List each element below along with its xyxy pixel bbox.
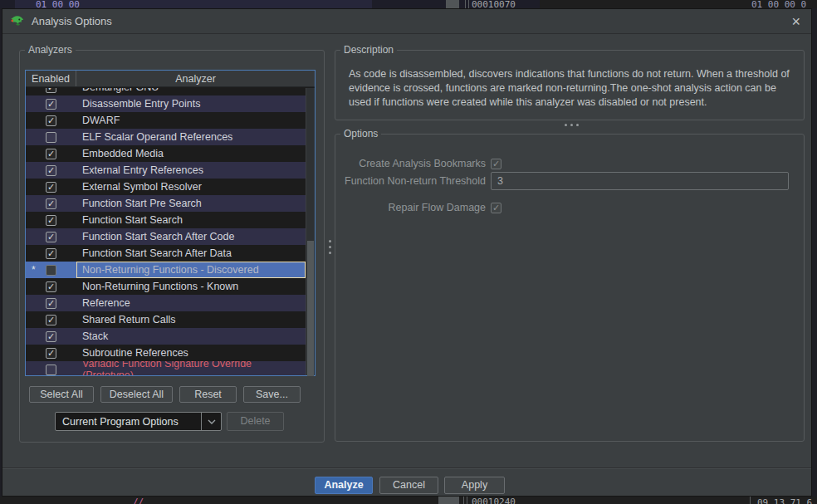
table-row[interactable]: ✓Function Start Pre Search <box>26 195 306 212</box>
threshold-input[interactable]: 3 <box>491 172 789 190</box>
checkbox-checked[interactable]: ✓ <box>46 99 56 110</box>
checkbox-checked[interactable]: ✓ <box>46 232 56 242</box>
table-row[interactable]: ✓Function Start Search After Data <box>26 245 306 262</box>
table-row[interactable]: ✓Reference <box>26 295 306 311</box>
checkbox-checked[interactable]: ✓ <box>46 331 56 342</box>
column-header-analyzer[interactable]: Analyzer <box>76 71 315 86</box>
option-row: Repair Flow Damage✓ <box>344 198 789 217</box>
enabled-cell[interactable]: ✓ <box>26 212 76 228</box>
table-row[interactable]: ✓Embedded Media <box>26 145 306 162</box>
enabled-cell[interactable]: ✓ <box>26 95 76 112</box>
enabled-cell[interactable]: ✓ <box>26 345 76 361</box>
analyzer-table-header[interactable]: Enabled Analyzer <box>26 71 315 87</box>
enabled-cell[interactable]: * <box>26 262 76 278</box>
analyzer-name-cell[interactable]: External Entry References <box>76 162 306 179</box>
analyzer-name-cell[interactable]: Disassemble Entry Points <box>76 95 306 112</box>
table-row[interactable]: ✓DWARF <box>26 112 306 129</box>
enabled-cell[interactable]: ✓ <box>26 162 76 179</box>
checkbox-checked[interactable]: ✓ <box>46 298 56 309</box>
deselect-all-button[interactable]: Deselect All <box>100 386 173 403</box>
enabled-cell[interactable] <box>26 361 76 375</box>
cancel-button[interactable]: Cancel <box>379 477 438 494</box>
option-label: Function Non-return Threshold <box>344 175 486 187</box>
analyzer-name-cell[interactable]: Demangler GNU <box>76 88 306 95</box>
option-checkbox[interactable]: ✓ <box>491 203 501 213</box>
analyzer-name-cell[interactable]: Shared Return Calls <box>76 311 306 328</box>
enabled-cell[interactable]: ✓ <box>26 295 76 311</box>
checkbox-unchecked[interactable] <box>46 365 56 375</box>
analyzer-name-cell[interactable]: Function Start Search After Data <box>76 245 306 262</box>
analyzer-name-cell[interactable]: Function Start Search After Code <box>76 228 306 245</box>
analyzer-name-cell[interactable]: Variadic Function Signature Override (Pr… <box>76 361 306 375</box>
checkbox-checked[interactable]: ✓ <box>46 315 56 325</box>
enabled-cell[interactable]: ✓ <box>26 112 76 129</box>
checkbox-checked[interactable]: ✓ <box>46 182 56 193</box>
analyzer-name-cell[interactable]: DWARF <box>76 112 306 129</box>
table-row[interactable]: ✓External Entry References <box>26 162 306 179</box>
table-row[interactable]: ✓Stack <box>26 328 306 345</box>
table-row[interactable]: ✓Function Start Search After Code <box>26 228 306 245</box>
enabled-cell[interactable]: ✓ <box>26 179 76 195</box>
checkbox-checked[interactable]: ✓ <box>46 88 56 93</box>
table-row[interactable]: ✓Demangler GNU <box>26 88 306 95</box>
analyzer-name-cell[interactable]: Non-Returning Functions - Known <box>76 278 306 295</box>
table-scrollbar-thumb[interactable] <box>307 241 314 376</box>
option-checkbox[interactable]: ✓ <box>491 159 501 169</box>
listing-scrollbar[interactable] <box>438 497 459 504</box>
analyzer-name-cell[interactable]: Reference <box>76 295 306 311</box>
table-row[interactable]: ✓Shared Return Calls <box>26 311 306 328</box>
analyzer-name-cell[interactable]: Subroutine References <box>76 345 306 361</box>
dialog-title: Analysis Options <box>32 15 112 27</box>
table-row[interactable]: ✓Subroutine References <box>26 345 306 361</box>
analyzer-name-cell[interactable]: Function Start Search <box>76 212 306 228</box>
column-header-enabled[interactable]: Enabled <box>26 71 76 86</box>
table-row[interactable]: ✓Function Start Search <box>26 212 306 228</box>
checkbox-checked[interactable]: ✓ <box>46 281 56 292</box>
checkbox-checked[interactable]: ✓ <box>46 348 56 359</box>
enabled-cell[interactable]: ✓ <box>26 88 76 95</box>
table-row[interactable]: ✓Disassemble Entry Points <box>26 95 306 112</box>
table-row[interactable]: ✓External Symbol Resolver <box>26 179 306 195</box>
enabled-cell[interactable]: ✓ <box>26 311 76 328</box>
analyzer-name-cell[interactable]: External Symbol Resolver <box>76 179 306 195</box>
listing-scrollbar[interactable] <box>446 0 459 8</box>
table-row[interactable]: ✓Non-Returning Functions - Known <box>26 278 306 295</box>
horizontal-splitter-handle[interactable] <box>563 122 580 128</box>
analyzer-name-cell[interactable]: Embedded Media <box>76 145 306 162</box>
checkbox-checked[interactable]: ✓ <box>46 115 56 126</box>
apply-button[interactable]: Apply <box>444 477 505 494</box>
checkbox-checked[interactable]: ✓ <box>46 198 56 209</box>
option-row: Create Analysis Bookmarks✓ <box>344 154 789 173</box>
checkbox-checked[interactable]: ✓ <box>46 165 56 176</box>
select-all-button[interactable]: Select All <box>29 386 94 403</box>
close-icon[interactable]: × <box>791 12 800 31</box>
table-scrollbar[interactable] <box>306 88 315 375</box>
delete-button[interactable]: Delete <box>227 412 284 431</box>
analyzer-name-cell[interactable]: Function Start Pre Search <box>76 195 306 212</box>
enabled-cell[interactable]: ✓ <box>26 228 76 245</box>
chevron-down-icon[interactable] <box>201 413 221 430</box>
analyze-button[interactable]: Analyze <box>315 477 373 494</box>
enabled-cell[interactable]: ✓ <box>26 328 76 345</box>
enabled-cell[interactable]: ✓ <box>26 145 76 162</box>
enabled-cell[interactable]: ✓ <box>26 278 76 295</box>
checkbox-unchecked[interactable] <box>46 265 56 276</box>
checkbox-checked[interactable]: ✓ <box>46 215 56 226</box>
vertical-splitter-handle[interactable] <box>327 238 333 256</box>
analyzer-name-cell[interactable]: Non-Returning Functions - Discovered <box>76 262 306 278</box>
table-row[interactable]: *Non-Returning Functions - Discovered <box>26 262 306 278</box>
enabled-cell[interactable] <box>26 129 76 145</box>
analyzer-name-cell[interactable]: Stack <box>76 328 306 345</box>
dialog-titlebar[interactable]: Analysis Options × <box>2 9 811 34</box>
save-button[interactable]: Save... <box>243 386 301 403</box>
checkbox-unchecked[interactable] <box>46 132 56 143</box>
table-row[interactable]: Variadic Function Signature Override (Pr… <box>26 361 306 375</box>
enabled-cell[interactable]: ✓ <box>26 195 76 212</box>
reset-button[interactable]: Reset <box>179 386 237 403</box>
checkbox-checked[interactable]: ✓ <box>46 149 56 159</box>
table-row[interactable]: ELF Scalar Operand References <box>26 129 306 145</box>
checkbox-checked[interactable]: ✓ <box>46 248 56 259</box>
enabled-cell[interactable]: ✓ <box>26 245 76 262</box>
analyzer-name-cell[interactable]: ELF Scalar Operand References <box>76 129 306 145</box>
options-config-combobox[interactable]: Current Program Options <box>55 412 222 431</box>
